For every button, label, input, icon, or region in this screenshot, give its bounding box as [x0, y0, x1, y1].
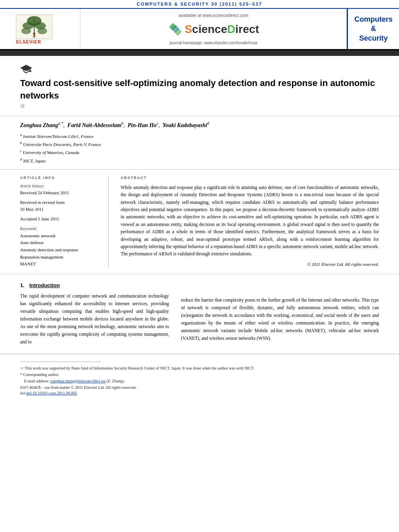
sciencedirect-text: ScienceDirect	[185, 23, 259, 36]
journal-banner: COMPUTERS & SECURITY 30 (2011) 525–537	[0, 0, 399, 9]
author-2-sup: b	[121, 121, 123, 125]
journal-title-area: Computers & Security	[347, 9, 399, 49]
article-info-panel: ARTICLE INFO Article history: Received 2…	[20, 176, 109, 268]
sciencedirect-logo: ScienceDirect	[168, 22, 259, 37]
section-title: Introduction	[29, 282, 60, 288]
doi-link[interactable]: doi:10.1016/j.cose.2011.06.002	[27, 391, 77, 395]
paper-title-text: Toward cost-sensitive self-optimizing an…	[20, 77, 379, 102]
article-info-header: ARTICLE INFO	[20, 176, 100, 180]
received-date: Received 24 February 2011	[20, 189, 100, 196]
paper-title-star: ☆	[20, 102, 25, 110]
footer-section: ☆ This work was supported by Nano fund o…	[0, 354, 399, 399]
keywords-label: Keywords:	[20, 226, 100, 231]
keyword-5: MANET	[20, 261, 100, 268]
body-left-col: 1. Introduction The rapid development of…	[20, 282, 169, 346]
banner-text: COMPUTERS & SECURITY 30 (2011) 525–537	[137, 2, 262, 6]
paper-icon	[20, 64, 32, 77]
authors-section: Zonghua Zhanga,*, Farid Naït-Abdesselamb…	[0, 116, 399, 170]
authors-line: Zonghua Zhanga,*, Farid Naït-Abdesselamb…	[20, 121, 379, 129]
doi-line: doi:doi:10.1016/j.cose.2011.06.002	[20, 391, 379, 395]
keyword-3: Anomaly detection and response	[20, 246, 100, 254]
author-2: Farid Naït-Abdesselam	[68, 122, 121, 128]
author-1: Zonghua Zhang	[20, 122, 58, 128]
affil-2: b Universite Paris Descartes, Paris V, F…	[20, 140, 379, 148]
abstract-header: ABSTRACT	[121, 176, 379, 180]
header-center: available at www.sciencedirect.com Scien…	[80, 9, 347, 49]
svg-point-6	[37, 28, 47, 34]
intro-right-text: reduce the barrier that complexity poses…	[181, 296, 379, 342]
elsevier-logo-area: ELSEVIER	[0, 9, 80, 49]
journal-title: Computers & Security	[354, 15, 393, 43]
graduation-cap-icon	[20, 64, 32, 74]
svg-point-5	[21, 28, 31, 34]
abstract-text: While anomaly detection and response pla…	[121, 184, 379, 258]
keyword-4: Reputation management	[20, 254, 100, 261]
body-content: 1. Introduction The rapid development of…	[0, 274, 399, 350]
author-1-sup: a,*	[58, 121, 64, 125]
author-3-sup: c	[156, 121, 158, 125]
header-area: ELSEVIER available at www.sciencedirect.…	[0, 9, 399, 50]
elsevier-logo-svg: ELSEVIER	[14, 13, 66, 45]
star-footnote: ☆ This work was supported by Nano fund o…	[20, 365, 379, 372]
copyright-line: © 2011 Elsevier Ltd. All rights reserved…	[121, 262, 379, 267]
author-3: Pin-Han Ho	[128, 122, 156, 128]
corresponding-footnote: * Corresponding author.	[20, 372, 379, 378]
affil-4: d NICT, Japan	[20, 156, 379, 164]
paper-title-section: Toward cost-sensitive self-optimizing an…	[0, 56, 399, 116]
affil-3: c University of Waterloo, Canada	[20, 148, 379, 156]
svg-text:ELSEVIER: ELSEVIER	[16, 39, 41, 44]
footnote-divider	[20, 362, 101, 362]
sd-icon	[168, 22, 183, 37]
intro-left-text: The rapid development of computer networ…	[20, 292, 169, 346]
section-1-heading: 1. Introduction	[20, 282, 169, 288]
affiliations: a Institut Telecom/Telecom Lille1, Franc…	[20, 132, 379, 164]
article-info-abstract: ARTICLE INFO Article history: Received 2…	[0, 170, 399, 274]
paper-title: Toward cost-sensitive self-optimizing an…	[20, 64, 379, 110]
revised-date: Received in revised form 10 May 2011	[20, 199, 100, 212]
accepted-date: Accepted 5 June 2011	[20, 216, 100, 222]
affil-1: a Institut Telecom/Telecom Lille1, Franc…	[20, 132, 379, 140]
email-footnote: E-mail address: zonghua.zhang@telecom-li…	[20, 378, 379, 384]
history-label: Article history:	[20, 184, 100, 188]
abstract-section: ABSTRACT While anomaly detection and res…	[121, 176, 379, 268]
body-right-col: reduce the barrier that complexity poses…	[181, 282, 379, 346]
svg-point-16	[29, 70, 31, 72]
journal-homepage: journal homepage: www.elsevier.com/locat…	[170, 41, 257, 45]
author-4: Youki Kadobayashi	[162, 122, 207, 128]
available-text: available at www.sciencedirect.com	[179, 13, 248, 18]
keyword-2: Auto defense	[20, 239, 100, 246]
email-link[interactable]: zonghua.zhang@telecom-lille1.eu	[50, 379, 105, 383]
elsevier-logo: ELSEVIER	[14, 13, 66, 45]
doi-info: 0167-4048/$ – see front matter © 2011 El…	[20, 384, 379, 391]
keywords-section: Keywords: Autonomic network Auto defense…	[20, 226, 100, 268]
svg-point-7	[33, 33, 35, 35]
sd-diamonds-svg	[168, 22, 183, 37]
keyword-1: Autonomic network	[20, 232, 100, 240]
dark-divider	[0, 50, 399, 56]
author-4-sup: d	[207, 121, 209, 125]
section-number: 1.	[20, 282, 25, 288]
